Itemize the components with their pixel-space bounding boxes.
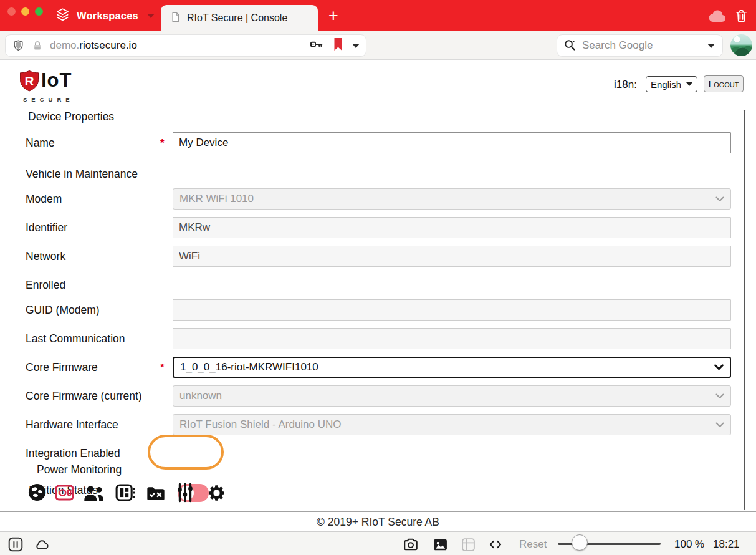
form-row-last-communication: Last Communication: [19, 328, 735, 352]
users-icon[interactable]: [82, 485, 105, 504]
logo-shield-icon: R: [19, 70, 40, 95]
key-icon[interactable]: [309, 37, 324, 54]
search-engine-chevron-icon[interactable]: [707, 44, 715, 48]
logout-button[interactable]: Logout: [704, 75, 744, 92]
toggle-knob: [175, 165, 189, 180]
field-label: Enrolled: [26, 274, 158, 296]
language-chevron-down-icon: [686, 82, 692, 86]
form-row-identifier: Identifier: [19, 217, 735, 241]
search-bar[interactable]: Search Google: [557, 34, 723, 57]
workspaces-label: Workspaces: [77, 10, 138, 22]
browser-toolbar: demo.riotsecure.io: [0, 31, 756, 60]
form-row-vehicle-maintenance: Vehicle in Maintenance: [19, 163, 735, 187]
language-selected: English: [651, 79, 681, 90]
search-icon: [563, 37, 577, 54]
field-label: Name: [26, 132, 158, 153]
lock-icon[interactable]: [31, 39, 44, 52]
page-icon: [170, 11, 181, 26]
page-content: R IoT SECURE i18n: English Logout Device…: [0, 60, 756, 531]
field-label: Last Communication: [26, 328, 158, 349]
footer-copyright: © 2019+ RIoT Secure AB: [0, 516, 756, 529]
field-label: Identifier: [26, 217, 158, 238]
i18n-label: i18n:: [614, 79, 637, 91]
cloud-sync-icon[interactable]: [708, 9, 727, 26]
sliders-icon[interactable]: [175, 481, 196, 506]
riot-secure-logo: R IoT SECURE: [19, 70, 100, 101]
tab-title: RIoT Secure | Console: [187, 12, 287, 24]
power-monitoring-legend: Power Monitoring: [34, 463, 125, 476]
code-icon[interactable]: [487, 536, 504, 553]
network-input: [173, 246, 731, 267]
form-row-guid: GUID (Modem): [19, 299, 735, 323]
globe-icon[interactable]: [27, 483, 47, 504]
traffic-light-zoom-icon[interactable]: [35, 7, 43, 16]
logo-letter: R: [24, 74, 34, 88]
traffic-light-minimize-icon[interactable]: [21, 7, 29, 16]
field-label: Network: [26, 246, 158, 267]
field-label: GUID (Modem): [26, 299, 158, 321]
chevron-down-icon: [715, 393, 724, 399]
select-value: 1_0_0_16-riot-MKRWIFI1010: [180, 361, 318, 374]
zoom-level: 100 %: [674, 538, 704, 551]
required-asterisk: *: [160, 132, 170, 155]
core-firmware-select[interactable]: 1_0_0_16-riot-MKRWIFI1010: [173, 357, 731, 378]
toggle-knob: [156, 445, 171, 459]
device-properties-legend: Device Properties: [25, 110, 117, 123]
power-monitoring-fieldset: Power Monitoring Ignition Status: [26, 470, 730, 511]
select-value: RIoT Fusion Shield - Arduino UNO: [179, 418, 342, 431]
field-label: Integration Enabled: [26, 443, 158, 464]
guid-input: [173, 299, 731, 321]
last-communication-input: [173, 328, 731, 349]
chevron-down-icon: [715, 422, 724, 428]
url-text: demo.riotsecure.io: [50, 39, 137, 52]
device-properties-fieldset: Device Properties Name * Vehicle in Main…: [19, 117, 735, 510]
select-value: MKR WiFi 1010: [179, 193, 254, 205]
field-label: Core Firmware: [26, 357, 158, 378]
tab-bar: Workspaces RIoT Secure | Console +: [0, 0, 756, 31]
tasks-folder-icon[interactable]: [146, 485, 166, 504]
address-bar[interactable]: demo.riotsecure.io: [5, 34, 366, 57]
form-row-name: Name *: [19, 132, 735, 156]
image-icon[interactable]: [431, 536, 449, 553]
name-input[interactable]: [173, 132, 731, 153]
workspaces-chevron-down-icon: [147, 14, 155, 18]
workspaces-menu[interactable]: Workspaces: [55, 6, 155, 25]
gear-icon[interactable]: [207, 483, 226, 505]
footer-divider: [0, 511, 756, 512]
device-icon-red[interactable]: [55, 484, 74, 504]
core-firmware-current-select: unknown: [173, 385, 731, 407]
language-select[interactable]: English: [646, 76, 697, 92]
trash-icon[interactable]: [734, 8, 749, 26]
url-subdomain: demo.: [50, 39, 79, 51]
form-row-network: Network: [19, 246, 735, 269]
status-bar: Reset 100 % 18:21: [0, 531, 756, 555]
url-domain: riotsecure.io: [79, 39, 137, 51]
active-tab[interactable]: RIoT Secure | Console: [161, 5, 318, 31]
reset-button[interactable]: Reset: [519, 538, 547, 551]
traffic-light-close-icon[interactable]: [7, 7, 16, 16]
browser-window: Workspaces RIoT Secure | Console + demo.…: [0, 0, 756, 555]
bookmark-icon[interactable]: [333, 38, 343, 54]
bookmark-chevron-down-icon[interactable]: [352, 44, 360, 48]
new-tab-button[interactable]: +: [323, 4, 344, 27]
workspaces-stack-icon: [55, 7, 70, 25]
identifier-input: [173, 217, 731, 238]
field-label: Modem: [26, 188, 158, 210]
form-row-integration-enabled: Integration Enabled *: [19, 443, 735, 466]
page-scrollbar[interactable]: [744, 110, 745, 510]
cloud-outline-icon[interactable]: [33, 536, 50, 553]
shield-icon[interactable]: [12, 39, 25, 52]
field-label: Hardware Interface: [26, 414, 158, 435]
select-value: unknown: [179, 390, 222, 402]
zoom-slider-knob[interactable]: [572, 534, 588, 551]
field-label: Vehicle in Maintenance: [26, 163, 158, 185]
dashboard-icon[interactable]: [115, 483, 136, 504]
chevron-down-icon: [714, 364, 724, 370]
pause-icon[interactable]: [7, 536, 24, 553]
search-placeholder: Search Google: [582, 39, 707, 52]
camera-icon[interactable]: [402, 536, 419, 553]
profile-avatar[interactable]: [730, 34, 752, 56]
toggle-knob: [175, 276, 189, 291]
form-row-hardware-interface: Hardware Interface RIoT Fusion Shield - …: [19, 414, 735, 438]
frame-icon[interactable]: [459, 536, 477, 553]
